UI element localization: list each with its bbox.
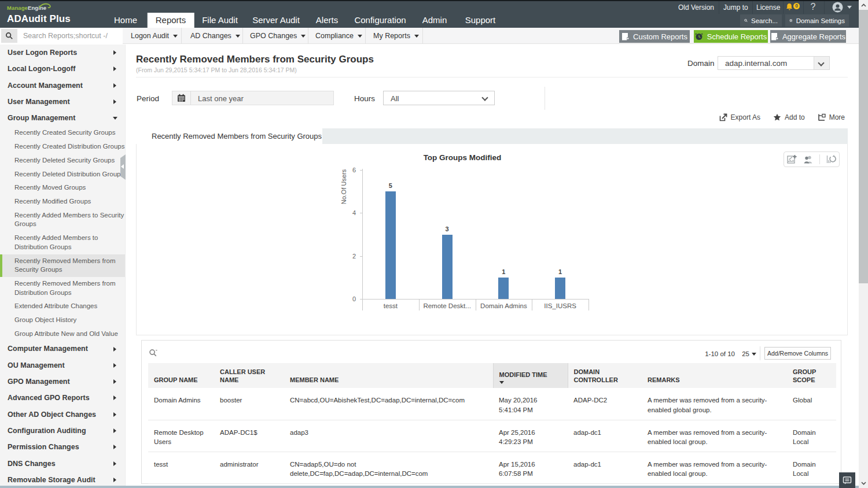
scroll-down-button[interactable] (859, 478, 868, 488)
sidebar-item-recently-deleted-distribution-groups[interactable]: Recently Deleted Distribution Groups (0, 168, 125, 182)
help-icon[interactable]: ? (809, 0, 817, 14)
column-header-domain-controller[interactable]: DOMAIN CONTROLLER (568, 363, 642, 388)
report-tab[interactable]: Recently Removed Members from Security G… (136, 128, 322, 144)
top-link-jump-to[interactable]: Jump to (723, 0, 748, 14)
top-link-license[interactable]: License (756, 0, 780, 14)
sidebar-item-recently-added-members-to-security-groups[interactable]: Recently Added Members to Security Group… (0, 209, 125, 231)
period-picker[interactable]: Last one year (172, 91, 334, 105)
nav-tab-alerts[interactable]: Alerts (308, 13, 346, 28)
sidebar-item-user-management[interactable]: User Management (0, 94, 125, 110)
header-search-button[interactable]: Search... (740, 14, 782, 27)
y-axis (362, 169, 363, 299)
sidebar-item-recently-added-members-to-distribution-groups[interactable]: Recently Added Members to Distribution G… (0, 231, 125, 254)
column-header-group-name[interactable]: GROUP NAME (148, 363, 214, 388)
sidebar-item-dns-changes[interactable]: DNS Changes (0, 456, 125, 472)
table-row[interactable]: tesstadministratorCN=adap5,OU=do not del… (148, 452, 836, 483)
window-top-edge (0, 0, 868, 1)
table-row[interactable]: Domain AdminsboosterCN=abcd,OU=AbishekTe… (148, 388, 836, 420)
more-icon (818, 113, 826, 121)
cell-modified-time: May 20,2016 5:41:04 PM (493, 388, 568, 420)
sidebar-item-recently-removed-members-from-distribution-groups[interactable]: Recently Removed Members from Distributi… (0, 277, 125, 300)
sidebar-item-gpo-management[interactable]: GPO Management (0, 374, 125, 390)
sidebar-item-recently-created-security-groups[interactable]: Recently Created Security Groups (0, 126, 125, 140)
sidebar-item-group-management[interactable]: Group Management (0, 110, 125, 126)
menu-logon-audit[interactable]: Logon Audit (131, 28, 178, 44)
report-search-input[interactable] (19, 28, 122, 43)
user-based-report-icon[interactable] (803, 154, 813, 164)
sidebar-item-user-logon-reports[interactable]: User Logon Reports (0, 45, 125, 61)
divider (752, 1, 753, 14)
nav-tab-file-audit[interactable]: File Audit (194, 13, 246, 28)
add-remove-columns-button[interactable]: Add/Remove Columns (764, 347, 831, 360)
sidebar-item-advanced-gpo-reports[interactable]: Advanced GPO Reports (0, 390, 125, 406)
table-row[interactable]: Remote Desktop UsersADAP-DC1$adap3Apr 25… (148, 420, 836, 452)
sidebar-item-ou-management[interactable]: OU Management (0, 357, 125, 374)
column-header-member-name[interactable]: MEMBER NAME (284, 363, 493, 388)
bar-iis-iusrs[interactable] (555, 278, 565, 299)
search-button[interactable] (1, 29, 17, 43)
horizontal-scrollbar[interactable] (0, 486, 859, 488)
custom-reports-button[interactable]: Custom Reports (619, 30, 690, 43)
nav-tab-server-audit[interactable]: Server Audit (244, 13, 308, 28)
sidebar-item-recently-moved-groups[interactable]: Recently Moved Groups (0, 181, 125, 195)
column-header-remarks[interactable]: REMARKS (642, 363, 787, 388)
nav-tab-configuration[interactable]: Configuration (346, 13, 414, 28)
column-header-modified-time[interactable]: MODIFIED TIME (493, 363, 568, 388)
sidebar-item-computer-management[interactable]: Computer Management (0, 341, 125, 357)
chart-type-icon[interactable] (787, 154, 797, 164)
nav-tab-reports[interactable]: Reports (148, 13, 194, 28)
sidebar-item-label: DNS Changes (8, 460, 56, 468)
table-body: Domain AdminsboosterCN=abcd,OU=AbishekTe… (148, 388, 836, 483)
page-scrollbar[interactable] (859, 0, 868, 488)
sidebar-item-group-attribute-new-and-old-value[interactable]: Group Attribute New and Old Value (0, 327, 125, 341)
sidebar-item-recently-deleted-security-groups[interactable]: Recently Deleted Security Groups (0, 154, 125, 168)
sidebar-item-recently-created-distribution-groups[interactable]: Recently Created Distribution Groups (0, 140, 125, 154)
cell-modified-time: Apr 15,2016 6:07:58 PM (493, 452, 568, 483)
top-link-old-version[interactable]: Old Version (678, 0, 714, 14)
nav-tab-support[interactable]: Support (457, 13, 504, 28)
column-header-group-scope[interactable]: GROUP SCOPE (787, 363, 836, 388)
bar-remote-deskt-[interactable] (442, 235, 453, 300)
sidebar-item-group-object-history[interactable]: Group Object History (0, 313, 125, 327)
chat-icon (843, 476, 852, 485)
sidebar-collapse-handle[interactable] (120, 154, 126, 180)
menu-ad-changes[interactable]: AD Changes (190, 28, 240, 44)
chevron-right-icon (113, 363, 116, 368)
bar-domain-admins[interactable] (498, 278, 509, 299)
sidebar-item-configuration-auditing[interactable]: Configuration Auditing (0, 423, 125, 439)
sidebar-item-extended-attribute-changes[interactable]: Extended Attribute Changes (0, 300, 125, 313)
product-name: ADAudit Plus (7, 13, 71, 25)
avatar-caret-icon (847, 6, 852, 9)
schedule-reports-button[interactable]: Schedule Reports (694, 30, 768, 43)
page-size-select[interactable]: 25 (742, 350, 756, 357)
menu-my-reports[interactable]: My Reports (373, 28, 419, 44)
chat-widget-button[interactable] (839, 472, 855, 488)
aggregate-reports-button[interactable]: Aggregate Reports (770, 30, 846, 43)
sidebar-item-local-logon-logoff[interactable]: Local Logon-Logoff (0, 61, 125, 77)
more-button[interactable]: More (818, 113, 845, 121)
sidebar-item-account-management[interactable]: Account Management (0, 77, 125, 94)
export-as-button[interactable]: Export As (719, 113, 760, 121)
menu-gpo-changes[interactable]: GPO Changes (250, 28, 306, 44)
sidebar-item-recently-modified-groups[interactable]: Recently Modified Groups (0, 195, 125, 209)
nav-tab-admin[interactable]: Admin (414, 13, 455, 28)
add-to-button[interactable]: Add to (773, 113, 805, 121)
nav-tab-home[interactable]: Home (106, 13, 145, 28)
sidebar-item-permission-changes[interactable]: Permission Changes (0, 439, 125, 455)
sidebar-item-label: Recently Moved Groups (14, 184, 86, 191)
sidebar-item-other-ad-object-changes[interactable]: Other AD Object Changes (0, 406, 125, 423)
column-header-caller-user-name[interactable]: CALLER USER NAME (214, 363, 284, 388)
cell-remarks: A member was removed from a security-ena… (642, 388, 787, 420)
user-avatar-icon[interactable] (830, 0, 854, 14)
scroll-up-button[interactable] (859, 0, 868, 10)
table-search-icon[interactable] (149, 349, 157, 357)
domain-select[interactable]: adap.internal.com (718, 56, 830, 70)
refresh-chart-icon[interactable] (826, 154, 836, 164)
scrollbar-thumb[interactable] (859, 10, 868, 283)
bar-tesst[interactable] (385, 191, 396, 299)
domain-settings-button[interactable]: Domain Settings (785, 14, 849, 27)
sidebar-item-recently-removed-members-from-security-groups[interactable]: Recently Removed Members from Security G… (0, 254, 125, 277)
hours-select[interactable]: All (383, 91, 495, 105)
notification-bell-icon[interactable]: 0 (785, 0, 799, 14)
menu-compliance[interactable]: Compliance (315, 28, 362, 44)
